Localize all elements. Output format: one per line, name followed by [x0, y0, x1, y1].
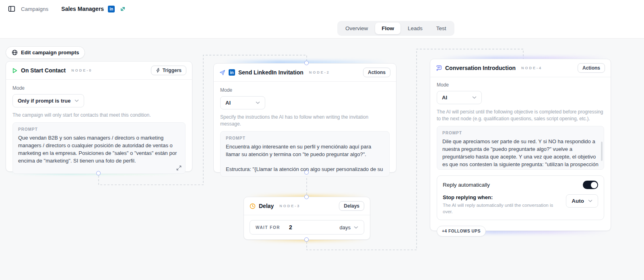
prompt-box[interactable]: PROMPT Encuentra algo interesante en su …: [220, 131, 390, 177]
stop-replying-select[interactable]: Auto: [566, 194, 598, 208]
actions-button-label: Actions: [582, 65, 600, 71]
app: Campaigns Sales Managers in Overview Flo…: [0, 0, 644, 280]
linkedin-icon: in: [108, 6, 115, 12]
chevron-down-icon: [74, 99, 79, 102]
tab-flow[interactable]: Flow: [375, 23, 400, 34]
node-title: On Start Contact: [21, 67, 66, 74]
chevron-down-icon: [588, 200, 592, 202]
follow-ups-button[interactable]: +4 FOLLOWS UPS: [437, 226, 486, 237]
wait-value-input[interactable]: 2: [289, 224, 340, 231]
reply-settings-box: Reply automatically Stop replying when: …: [437, 175, 604, 220]
prompt-box[interactable]: PROMPT Dile que apreciamos ser parte de …: [437, 126, 604, 170]
connector-dot[interactable]: [304, 61, 309, 65]
mode-select[interactable]: AI: [220, 96, 265, 109]
prompt-label: PROMPT: [18, 127, 180, 132]
page-title: Sales Managers: [61, 6, 104, 12]
tab-test[interactable]: Test: [430, 23, 453, 34]
flow-canvas[interactable]: Edit campaign prompts On Start Contact N…: [0, 38, 644, 280]
chat-icon: [436, 65, 442, 71]
wait-row: WAIT FOR 2 days: [250, 220, 364, 235]
edit-campaign-prompts-label: Edit campaign prompts: [21, 49, 79, 56]
node-send-linkedin-invitation[interactable]: in Send LinkedIn Invitation NODE-2 Actio…: [213, 63, 396, 173]
prompt-text: Encuentra algo interesante en su perfil …: [226, 143, 384, 159]
play-icon: [12, 68, 18, 74]
top-bar: Campaigns Sales Managers in: [0, 0, 644, 18]
node-id: NODE-3: [279, 204, 300, 208]
mode-helper-text: The AI will persist until the following …: [437, 109, 604, 122]
node-header: On Start Contact NODE-0 Triggers: [6, 62, 192, 80]
node-title: Conversation Introduction: [445, 65, 516, 71]
send-icon: [219, 70, 225, 76]
node-on-start-contact[interactable]: On Start Contact NODE-0 Triggers Mode On…: [6, 61, 192, 172]
connector-dot[interactable]: [304, 170, 309, 175]
breadcrumb[interactable]: Campaigns: [21, 6, 48, 12]
node-title: Send LinkedIn Invitation: [238, 69, 303, 76]
wait-for-label: WAIT FOR: [256, 225, 280, 230]
expand-icon[interactable]: [176, 165, 182, 171]
node-delay[interactable]: Delay NODE-3 Delays WAIT FOR 2 days: [244, 197, 370, 240]
delays-button[interactable]: Delays: [339, 201, 364, 211]
prompt-text: Que vendan B2B y son sales managers / di…: [18, 134, 180, 165]
connector-dot[interactable]: [304, 237, 309, 242]
stop-replying-value: Auto: [572, 198, 584, 204]
linkedin-icon: in: [229, 69, 235, 76]
sidebar-toggle-icon[interactable]: [6, 4, 17, 14]
prompt-scrollbar[interactable]: [601, 142, 603, 161]
tab-overview[interactable]: Overview: [339, 23, 374, 34]
connector-dot[interactable]: [96, 171, 101, 175]
connector-dot[interactable]: [304, 195, 309, 199]
reply-automatically-label: Reply automatically: [443, 182, 490, 188]
stop-replying-helper: The AI will reply automatically until th…: [443, 202, 561, 215]
mode-label: Mode: [220, 87, 390, 93]
edit-campaign-prompts-button[interactable]: Edit campaign prompts: [6, 46, 85, 59]
stop-replying-label: Stop replying when:: [443, 194, 561, 200]
mode-select[interactable]: AI: [437, 91, 482, 104]
node-id: NODE-0: [71, 68, 92, 72]
actions-button[interactable]: Actions: [578, 63, 605, 73]
zap-icon: [156, 68, 160, 73]
external-link-icon[interactable]: [119, 5, 127, 13]
actions-button-label: Actions: [368, 70, 386, 75]
wait-unit-value: days: [340, 224, 351, 231]
triggers-button[interactable]: Triggers: [151, 66, 186, 75]
actions-button[interactable]: Actions: [363, 68, 390, 77]
node-id: NODE-2: [309, 70, 330, 74]
prompt-text: Dile que apreciamos ser parte de su red.…: [442, 138, 599, 168]
mode-helper-text: Specify the instructions the AI has to f…: [220, 114, 390, 128]
toggle-knob: [591, 182, 597, 188]
prompt-box[interactable]: PROMPT Que vendan B2B y son sales manage…: [12, 122, 186, 174]
mode-select-value: AI: [442, 95, 447, 101]
mode-label: Mode: [12, 85, 186, 91]
mode-select[interactable]: Only if prompt is true: [12, 94, 84, 107]
tab-group: Overview Flow Leads Test: [337, 21, 454, 36]
chevron-down-icon: [472, 96, 477, 99]
mode-select-value: AI: [225, 100, 231, 106]
prompt-label: PROMPT: [226, 136, 384, 140]
prompt-label: PROMPT: [442, 131, 599, 135]
clock-icon: [250, 203, 256, 209]
reply-automatically-toggle[interactable]: [583, 181, 598, 189]
globe-icon: [12, 49, 18, 56]
node-conversation-introduction[interactable]: Conversation Introduction NODE-4 Actions…: [430, 59, 611, 231]
node-header: in Send LinkedIn Invitation NODE-2 Actio…: [214, 64, 396, 82]
triggers-button-label: Triggers: [163, 68, 182, 73]
mode-select-value: Only if prompt is true: [18, 98, 70, 104]
tab-leads[interactable]: Leads: [401, 23, 429, 34]
delays-button-label: Delays: [344, 203, 359, 209]
node-header: Conversation Introduction NODE-4 Actions: [430, 59, 611, 77]
node-title: Delay: [259, 203, 274, 209]
node-header: Delay NODE-3 Delays: [244, 197, 370, 215]
mode-label: Mode: [437, 82, 604, 88]
node-id: NODE-4: [521, 66, 542, 70]
chevron-down-icon: [354, 226, 358, 229]
wait-unit-select[interactable]: days: [340, 224, 358, 231]
mode-helper-text: The campaign will only start for contact…: [12, 112, 186, 119]
tab-bar: Overview Flow Leads Test: [0, 18, 644, 38]
chevron-down-icon: [256, 101, 260, 104]
